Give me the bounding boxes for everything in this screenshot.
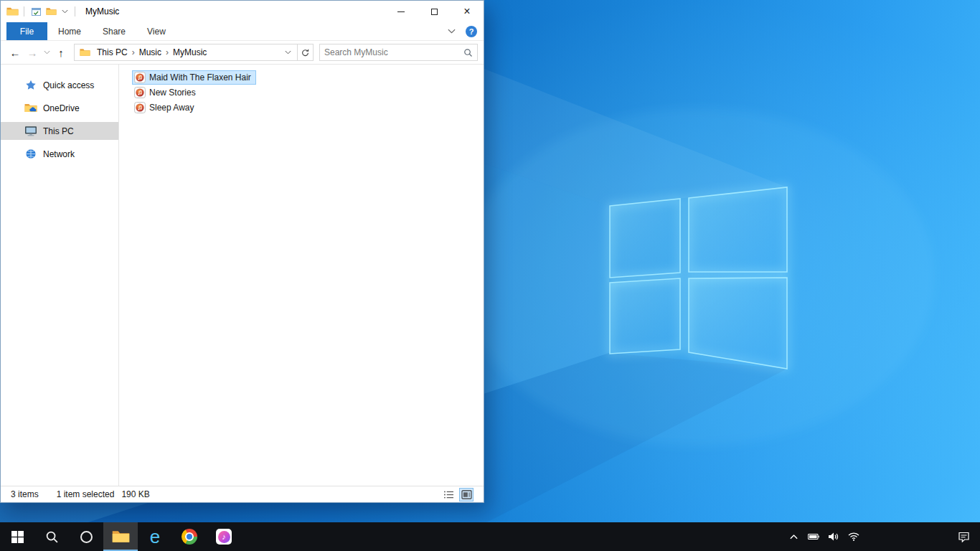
taskbar-itunes-button[interactable]: ♪ — [207, 522, 241, 551]
network-wifi-icon[interactable] — [844, 522, 864, 551]
forward-button[interactable]: → — [24, 44, 41, 61]
sidebar-item-label: Quick access — [43, 80, 94, 90]
address-bar[interactable]: This PC › Music › MyMusic — [74, 44, 298, 61]
breadcrumb-music[interactable]: Music — [136, 44, 165, 60]
back-button[interactable]: ← — [6, 44, 24, 61]
itunes-note-icon: ♪ — [218, 531, 230, 543]
expand-ribbon-chevron-down-icon[interactable] — [448, 27, 458, 37]
file-item[interactable]: New Stories — [132, 85, 201, 100]
tab-file[interactable]: File — [6, 22, 47, 40]
minimize-icon — [397, 11, 405, 12]
tray-spacer — [864, 522, 947, 551]
breadcrumb-this-pc[interactable]: This PC — [93, 44, 131, 60]
file-item[interactable]: Sleep Away — [132, 100, 199, 115]
customize-qat-chevron-down-icon[interactable] — [60, 5, 70, 18]
files-pane[interactable]: Maid With The Flaxen Hair New Stories Sl… — [119, 65, 484, 486]
tab-home[interactable]: Home — [47, 22, 92, 40]
file-item[interactable]: Maid With The Flaxen Hair — [132, 70, 256, 85]
details-view-button[interactable] — [441, 488, 456, 501]
sidebar-item-label: This PC — [43, 126, 74, 136]
tab-view[interactable]: View — [136, 22, 176, 40]
view-toggle-buttons — [441, 488, 473, 501]
qat-separator — [24, 6, 24, 17]
refresh-button[interactable] — [298, 44, 314, 61]
search-icon — [45, 530, 59, 544]
ribbon-right-controls: ? — [448, 22, 477, 40]
up-button[interactable]: ↑ — [52, 44, 70, 61]
network-globe-icon — [24, 149, 37, 159]
window-body: Quick access OneDrive This PC Network — [1, 65, 484, 486]
properties-qat-button[interactable] — [29, 5, 42, 18]
sidebar-item-quick-access[interactable]: Quick access — [1, 76, 118, 94]
close-button[interactable]: × — [451, 1, 484, 22]
minimize-button[interactable] — [385, 1, 418, 22]
maximize-icon — [431, 9, 438, 15]
cortana-ring-icon — [80, 531, 93, 543]
volume-icon[interactable] — [824, 522, 844, 551]
new-folder-qat-button[interactable] — [44, 5, 57, 18]
chrome-icon — [182, 529, 197, 545]
status-bar: 3 items 1 item selected 190 KB — [1, 486, 484, 502]
file-name: Sleep Away — [149, 103, 194, 113]
thumbnails-view-button[interactable] — [459, 488, 473, 501]
quick-access-star-icon — [24, 80, 37, 90]
app-folder-icon[interactable] — [6, 6, 19, 17]
taskbar-search-button[interactable] — [34, 522, 69, 551]
thumbnails-view-icon — [461, 490, 472, 499]
desktop-background[interactable]: MyMusic × File Home Share View ? ← → — [0, 0, 980, 551]
properties-icon — [32, 7, 41, 17]
action-center-icon — [958, 531, 970, 542]
ribbon-tab-strip: File Home Share View ? — [1, 22, 484, 41]
tray-chevron-up-icon[interactable] — [783, 522, 804, 551]
start-button[interactable] — [0, 522, 34, 551]
action-center-button[interactable] — [947, 522, 980, 551]
address-folder-icon — [80, 48, 90, 57]
search-box[interactable] — [319, 44, 478, 61]
sidebar-item-label: OneDrive — [43, 103, 80, 113]
taskbar-internet-explorer-button[interactable]: e — [138, 522, 172, 551]
status-selection-summary: 1 item selected — [57, 489, 115, 499]
caption-buttons: × — [385, 1, 484, 22]
internet-explorer-icon: e — [150, 527, 160, 546]
sidebar-item-this-pc[interactable]: This PC — [1, 122, 118, 140]
sidebar-item-network[interactable]: Network — [1, 145, 118, 163]
new-folder-icon — [46, 7, 57, 16]
this-pc-monitor-icon — [24, 126, 37, 136]
titlebar[interactable]: MyMusic × — [1, 1, 484, 22]
audio-file-icon — [134, 102, 146, 113]
qat-separator — [75, 6, 75, 17]
file-name: Maid With The Flaxen Hair — [149, 72, 251, 83]
sidebar-item-onedrive[interactable]: OneDrive — [1, 99, 118, 117]
details-view-icon — [443, 490, 454, 499]
taskbar-file-explorer-button[interactable] — [103, 522, 138, 551]
sidebar-item-label: Network — [43, 149, 75, 159]
windows-start-icon — [11, 531, 24, 543]
status-selection-size: 190 KB — [121, 489, 149, 499]
close-icon: × — [463, 6, 470, 17]
search-icon — [463, 48, 473, 57]
taskbar: e ♪ — [0, 522, 980, 551]
cortana-button[interactable] — [69, 522, 103, 551]
tab-share[interactable]: Share — [92, 22, 136, 40]
navigation-pane: Quick access OneDrive This PC Network — [1, 65, 119, 486]
maximize-button[interactable] — [418, 1, 451, 22]
file-explorer-window: MyMusic × File Home Share View ? ← → — [0, 0, 484, 503]
breadcrumb-mymusic[interactable]: MyMusic — [169, 44, 210, 60]
recent-locations-chevron-down-icon[interactable] — [41, 44, 52, 61]
audio-file-icon — [134, 72, 146, 83]
help-button[interactable]: ? — [466, 26, 477, 37]
navigation-bar: ← → ↑ This PC › Music › MyMusic — [1, 41, 484, 65]
file-explorer-icon — [112, 529, 130, 544]
file-name: New Stories — [149, 88, 196, 98]
itunes-icon: ♪ — [216, 529, 232, 545]
system-tray — [783, 522, 980, 551]
search-input[interactable] — [324, 47, 463, 57]
audio-file-icon — [134, 87, 146, 98]
battery-icon[interactable] — [804, 522, 824, 551]
status-item-count: 3 items — [11, 489, 39, 499]
refresh-icon — [301, 48, 310, 57]
address-dropdown-chevron-down-icon[interactable] — [285, 50, 293, 55]
onedrive-icon — [24, 103, 37, 113]
taskbar-chrome-button[interactable] — [172, 522, 207, 551]
window-title: MyMusic — [85, 6, 119, 17]
